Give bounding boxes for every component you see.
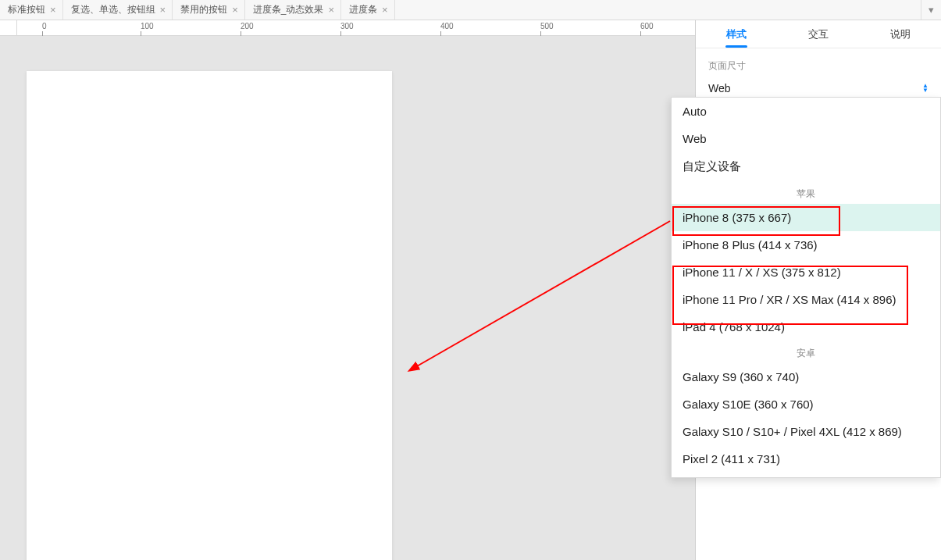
ruler-tick: 0 xyxy=(42,22,47,30)
tab-label: 样式 xyxy=(726,27,747,41)
ruler-tick: 100 xyxy=(141,22,154,30)
size-option-pixel2[interactable]: Pixel 2 (411 x 731) xyxy=(672,445,940,473)
close-icon[interactable]: × xyxy=(160,5,166,15)
size-option-ipad4[interactable]: iPad 4 (768 x 1024) xyxy=(672,313,940,341)
size-group-android: 安卓 xyxy=(672,341,940,363)
tab-label: 标准按钮 xyxy=(8,3,45,16)
canvas-viewport[interactable] xyxy=(0,36,695,560)
size-option-iphone8[interactable]: iPhone 8 (375 x 667) xyxy=(672,204,940,231)
size-option-galaxys10[interactable]: Galaxy S10 / S10+ / Pixel 4XL (412 x 869… xyxy=(672,418,940,445)
canvas-pane: 0 100 200 300 400 500 600 xyxy=(0,20,696,560)
ruler-tick: 200 xyxy=(241,22,254,30)
chevron-down-icon: ▾ xyxy=(929,4,934,16)
section-label-page-size: 页面尺寸 xyxy=(696,48,941,77)
size-option-iphone11[interactable]: iPhone 11 / X / XS (375 x 812) xyxy=(672,259,940,286)
size-option-auto[interactable]: Auto xyxy=(672,98,940,125)
size-option-web[interactable]: Web xyxy=(672,125,940,152)
close-icon[interactable]: × xyxy=(50,5,56,15)
size-group-apple: 苹果 xyxy=(672,181,940,204)
size-option-custom[interactable]: 自定义设备 xyxy=(672,152,940,181)
inspector-tabs: 样式 交互 说明 xyxy=(696,20,941,48)
size-option-iphone8plus[interactable]: iPhone 8 Plus (414 x 736) xyxy=(672,231,940,259)
tabbar-spacer xyxy=(395,0,921,20)
tab-label: 复选、单选、按钮组 xyxy=(71,3,155,16)
size-option-galaxys10e[interactable]: Galaxy S10E (360 x 760) xyxy=(672,391,940,418)
page-size-dropdown[interactable]: Auto Web 自定义设备 苹果 iPhone 8 (375 x 667) i… xyxy=(671,97,941,478)
ruler-tick: 300 xyxy=(340,22,354,30)
design-page[interactable] xyxy=(27,71,392,560)
close-icon[interactable]: × xyxy=(328,5,334,15)
tab-label: 说明 xyxy=(890,27,911,41)
tab-label: 禁用的按钮 xyxy=(180,3,227,16)
size-option-iphone11pro[interactable]: iPhone 11 Pro / XR / XS Max (414 x 896) xyxy=(672,286,940,313)
ruler-tick: 600 xyxy=(640,22,654,30)
tab-label: 交互 xyxy=(808,27,829,41)
doc-tab[interactable]: 进度条 × xyxy=(341,0,395,20)
doc-tab[interactable]: 标准按钮 × xyxy=(0,0,63,20)
tab-label: 进度条 xyxy=(349,3,377,16)
doc-tab[interactable]: 复选、单选、按钮组 × xyxy=(63,0,173,20)
doc-tab[interactable]: 禁用的按钮 × xyxy=(173,0,245,20)
ruler-tick: 400 xyxy=(440,22,454,30)
select-arrows-icon: ▲▼ xyxy=(922,84,929,93)
tab-interaction[interactable]: 交互 xyxy=(778,20,860,48)
ruler-horizontal[interactable]: 0 100 200 300 400 500 600 xyxy=(17,20,695,36)
tab-style[interactable]: 样式 xyxy=(696,20,778,48)
close-icon[interactable]: × xyxy=(232,5,238,15)
tab-overflow-button[interactable]: ▾ xyxy=(921,0,941,20)
doc-tab[interactable]: 进度条_动态效果 × xyxy=(245,0,341,20)
tab-label: 进度条_动态效果 xyxy=(253,3,324,16)
size-option-galaxys9[interactable]: Galaxy S9 (360 x 740) xyxy=(672,363,940,391)
document-tabbar: 标准按钮 × 复选、单选、按钮组 × 禁用的按钮 × 进度条_动态效果 × 进度… xyxy=(0,0,941,20)
tab-description[interactable]: 说明 xyxy=(859,20,941,48)
close-icon[interactable]: × xyxy=(382,5,388,15)
ruler-corner xyxy=(0,20,17,36)
select-value: Web xyxy=(708,82,731,95)
ruler-tick: 500 xyxy=(540,22,554,30)
